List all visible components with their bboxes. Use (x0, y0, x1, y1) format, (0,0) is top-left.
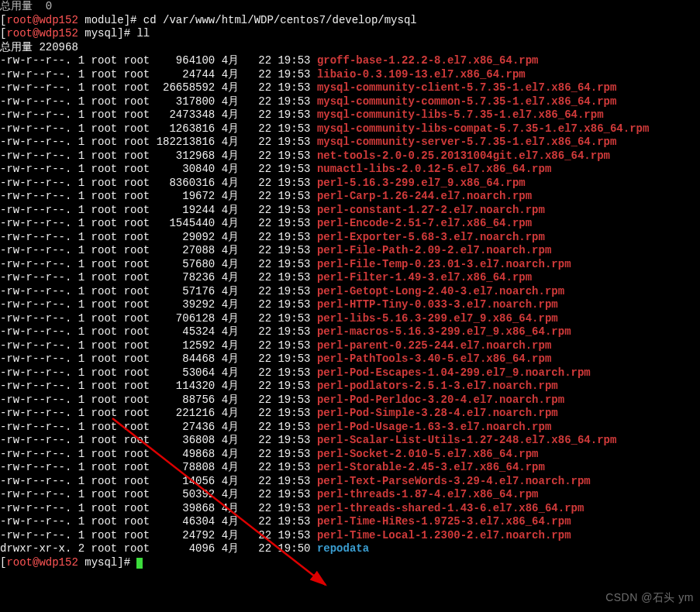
file-name: repodata (317, 542, 369, 555)
file-name: perl-Storable-2.45-3.el7.x86_64.rpm (317, 461, 545, 473)
file-name: perl-threads-shared-1.43-6.el7.x86_64.rp… (317, 502, 584, 514)
listing-row: -rw-r--r--. 1 root root 114320 4月 22 19:… (0, 380, 700, 394)
listing-row: -rw-r--r--. 1 root root 27436 4月 22 19:5… (0, 421, 700, 435)
listing-row: -rw-r--r--. 1 root root 8360316 4月 22 19… (0, 177, 700, 191)
listing-row: -rw-r--r--. 1 root root 12592 4月 22 19:5… (0, 339, 700, 353)
terminal-output[interactable]: 总用量 0[root@wdp152 module]# cd /var/www/h… (0, 0, 700, 569)
file-name: perl-Encode-2.51-7.el7.x86_64.rpm (317, 217, 532, 229)
file-name: perl-PathTools-3.40-5.el7.x86_64.rpm (317, 352, 551, 365)
listing-row: -rw-r--r--. 1 root root 30840 4月 22 19:5… (0, 163, 700, 177)
listing-row: -rw-r--r--. 1 root root 29092 4月 22 19:5… (0, 231, 700, 245)
file-name: mysql-community-libs-5.7.35-1.el7.x86_64… (317, 108, 604, 121)
listing-row: -rw-r--r--. 1 root root 964100 4月 22 19:… (0, 54, 700, 68)
listing-row: -rw-r--r--. 1 root root 78236 4月 22 19:5… (0, 271, 700, 285)
listing-row: -rw-r--r--. 1 root root 2473348 4月 22 19… (0, 108, 700, 122)
listing-row: drwxr-xr-x. 2 root root 4096 4月 22 19:50… (0, 542, 700, 556)
file-name: perl-threads-1.87-4.el7.x86_64.rpm (317, 488, 539, 500)
file-name: perl-Text-ParseWords-3.29-4.el7.noarch.r… (317, 475, 591, 487)
cutoff-line: 总用量 0 (0, 0, 700, 14)
listing-row: -rw-r--r--. 1 root root 24792 4月 22 19:5… (0, 529, 700, 543)
listing-row: -rw-r--r--. 1 root root 1263816 4月 22 19… (0, 122, 700, 136)
listing-row: -rw-r--r--. 1 root root 14056 4月 22 19:5… (0, 475, 700, 489)
listing-row: -rw-r--r--. 1 root root 317800 4月 22 19:… (0, 95, 700, 109)
file-name: mysql-community-libs-compat-5.7.35-1.el7… (317, 122, 649, 135)
file-name: perl-Time-HiRes-1.9725-3.el7.x86_64.rpm (317, 515, 571, 528)
file-name: groff-base-1.22.2-8.el7.x86_64.rpm (317, 54, 539, 67)
file-name: perl-libs-5.16.3-299.el7_9.x86_64.rpm (317, 312, 558, 325)
file-name: perl-Carp-1.26-244.el7.noarch.rpm (317, 190, 532, 202)
listing-row: -rw-r--r--. 1 root root 45324 4月 22 19:5… (0, 325, 700, 339)
listing-row: -rw-r--r--. 1 root root 312968 4月 22 19:… (0, 150, 700, 163)
file-name: perl-Getopt-Long-2.40-3.el7.noarch.rpm (317, 285, 564, 297)
listing-row: -rw-r--r--. 1 root root 49868 4月 22 19:5… (0, 448, 700, 462)
file-name: perl-Scalar-List-Utils-1.27-248.el7.x86_… (317, 434, 616, 446)
listing-row: -rw-r--r--. 1 root root 50392 4月 22 19:5… (0, 488, 700, 502)
listing-row: -rw-r--r--. 1 root root 221216 4月 22 19:… (0, 407, 700, 421)
listing-row: -rw-r--r--. 1 root root 182213816 4月 22 … (0, 136, 700, 150)
file-name: mysql-community-client-5.7.35-1.el7.x86_… (317, 81, 616, 94)
listing-row: -rw-r--r--. 1 root root 46304 4月 22 19:5… (0, 515, 700, 529)
listing-row: -rw-r--r--. 1 root root 53064 4月 22 19:5… (0, 366, 700, 380)
file-name: perl-Pod-Simple-3.28-4.el7.noarch.rpm (317, 407, 558, 419)
file-name: perl-macros-5.16.3-299.el7_9.x86_64.rpm (317, 325, 571, 338)
listing-row: -rw-r--r--. 1 root root 706128 4月 22 19:… (0, 312, 700, 326)
file-name: libaio-0.3.109-13.el7.x86_64.rpm (317, 68, 526, 81)
cursor (136, 558, 143, 569)
listing-row: -rw-r--r--. 1 root root 26658592 4月 22 1… (0, 81, 700, 95)
file-name: perl-podlators-2.5.1-3.el7.noarch.rpm (317, 380, 558, 392)
prompt-line-2: [root@wdp152 mysql]# ll (0, 27, 700, 41)
file-name: perl-5.16.3-299.el7_9.x86_64.rpm (317, 177, 526, 189)
file-name: perl-Pod-Usage-1.63-3.el7.noarch.rpm (317, 421, 551, 433)
file-name: perl-Filter-1.49-3.el7.x86_64.rpm (317, 271, 532, 284)
listing-row: -rw-r--r--. 1 root root 19244 4月 22 19:5… (0, 204, 700, 218)
file-name: perl-HTTP-Tiny-0.033-3.el7.noarch.rpm (317, 298, 558, 311)
listing-row: -rw-r--r--. 1 root root 84468 4月 22 19:5… (0, 352, 700, 366)
watermark: CSDN @石头 ym (605, 591, 694, 605)
total-line: 总用量 220968 (0, 41, 700, 55)
listing-row: -rw-r--r--. 1 root root 88756 4月 22 19:5… (0, 394, 700, 407)
prompt-line-3[interactable]: [root@wdp152 mysql]# (0, 556, 700, 570)
listing-row: -rw-r--r--. 1 root root 1545440 4月 22 19… (0, 217, 700, 231)
file-name: mysql-community-server-5.7.35-1.el7.x86_… (317, 136, 616, 148)
listing-row: -rw-r--r--. 1 root root 24744 4月 22 19:5… (0, 68, 700, 82)
file-name: net-tools-2.0-0.25.20131004git.el7.x86_6… (317, 150, 610, 162)
listing-row: -rw-r--r--. 1 root root 19672 4月 22 19:5… (0, 190, 700, 204)
file-name: perl-Time-Local-1.2300-2.el7.noarch.rpm (317, 529, 571, 542)
file-name: perl-Pod-Perldoc-3.20-4.el7.noarch.rpm (317, 394, 564, 406)
file-name: perl-File-Temp-0.23.01-3.el7.noarch.rpm (317, 258, 571, 270)
file-name: perl-parent-0.225-244.el7.noarch.rpm (317, 339, 551, 352)
listing-row: -rw-r--r--. 1 root root 57680 4月 22 19:5… (0, 258, 700, 272)
file-name: perl-constant-1.27-2.el7.noarch.rpm (317, 204, 545, 216)
file-name: perl-Pod-Escapes-1.04-299.el7_9.noarch.r… (317, 366, 591, 379)
file-name: mysql-community-common-5.7.35-1.el7.x86_… (317, 95, 616, 108)
listing-row: -rw-r--r--. 1 root root 39292 4月 22 19:5… (0, 298, 700, 312)
file-name: numactl-libs-2.0.12-5.el7.x86_64.rpm (317, 163, 551, 175)
listing-row: -rw-r--r--. 1 root root 27088 4月 22 19:5… (0, 244, 700, 258)
prompt-line-1: [root@wdp152 module]# cd /var/www/html/W… (0, 14, 700, 28)
file-name: perl-Socket-2.010-5.el7.x86_64.rpm (317, 448, 539, 460)
file-name: perl-Exporter-5.68-3.el7.noarch.rpm (317, 231, 545, 243)
file-name: perl-File-Path-2.09-2.el7.noarch.rpm (317, 244, 551, 256)
listing-row: -rw-r--r--. 1 root root 57176 4月 22 19:5… (0, 285, 700, 299)
listing-row: -rw-r--r--. 1 root root 39868 4月 22 19:5… (0, 502, 700, 516)
listing-row: -rw-r--r--. 1 root root 36808 4月 22 19:5… (0, 434, 700, 448)
listing-row: -rw-r--r--. 1 root root 78808 4月 22 19:5… (0, 461, 700, 475)
